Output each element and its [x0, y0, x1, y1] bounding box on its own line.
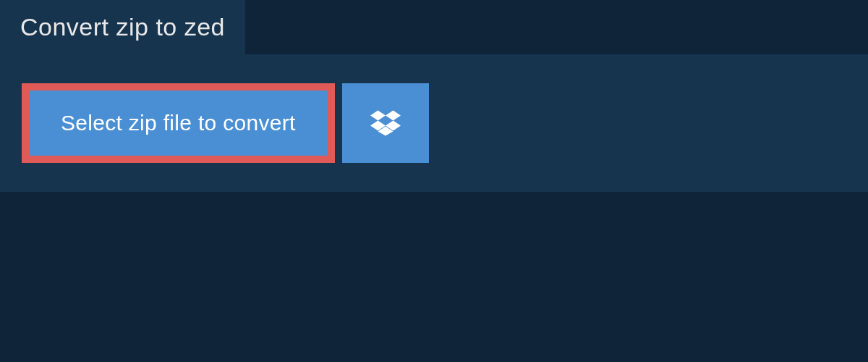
select-file-label: Select zip file to convert	[61, 111, 296, 135]
page-title: Convert zip to zed	[20, 13, 225, 41]
page-header-tab: Convert zip to zed	[0, 0, 245, 54]
select-file-button[interactable]: Select zip file to convert	[22, 83, 335, 163]
button-row: Select zip file to convert	[22, 83, 846, 163]
dropbox-icon	[370, 108, 401, 138]
upload-panel: Select zip file to convert	[0, 54, 868, 192]
dropbox-button[interactable]	[342, 83, 429, 163]
